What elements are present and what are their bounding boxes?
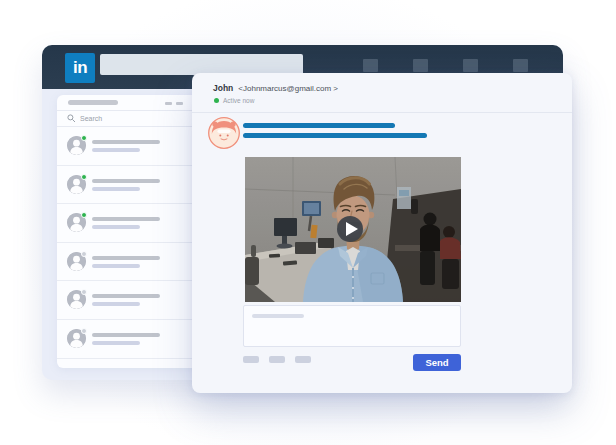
reply-placeholder-bar	[252, 314, 304, 318]
presence-dot	[81, 289, 87, 295]
panel-title-placeholder	[68, 100, 118, 105]
panel-action-placeholder[interactable]	[165, 102, 172, 105]
panel-action-placeholder[interactable]	[176, 102, 183, 105]
header-nav	[363, 59, 528, 72]
contact-name-placeholder	[92, 256, 160, 260]
linkedin-logo[interactable]: in	[65, 53, 95, 83]
play-button[interactable]	[337, 216, 363, 242]
presence-dot	[81, 212, 87, 218]
contact-preview-placeholder	[92, 302, 140, 306]
video-message[interactable]	[245, 157, 461, 302]
composer-tool-placeholder[interactable]	[269, 356, 285, 363]
header-divider	[192, 112, 572, 113]
contact-preview-placeholder	[92, 187, 140, 191]
contact-preview-placeholder	[92, 264, 140, 268]
presence-dot	[81, 328, 87, 334]
send-button[interactable]: Send	[413, 354, 461, 371]
status-row: Active now	[214, 97, 254, 104]
contact-name-placeholder	[92, 140, 160, 144]
nav-item-placeholder[interactable]	[463, 59, 478, 72]
presence-dot	[81, 174, 87, 180]
nav-item-placeholder[interactable]	[363, 59, 378, 72]
nav-item-placeholder[interactable]	[413, 59, 428, 72]
contact-preview-placeholder	[92, 148, 140, 152]
header-search-placeholder[interactable]	[100, 54, 303, 75]
contact-name-placeholder	[92, 217, 160, 221]
contact-name-placeholder	[92, 179, 160, 183]
online-dot	[214, 98, 219, 103]
illustration-stage: in Search	[0, 0, 616, 445]
status-label: Active now	[223, 97, 254, 104]
reply-input[interactable]	[243, 305, 461, 347]
composer-tool-placeholder[interactable]	[243, 356, 259, 363]
sender-name: John	[213, 83, 233, 93]
message-text-bar	[243, 133, 427, 138]
composer-tool-placeholder[interactable]	[295, 356, 311, 363]
sender-email: <Johnmarcus@gmail.com >	[238, 84, 338, 93]
presence-dot	[81, 251, 87, 257]
sender-avatar	[208, 117, 240, 149]
nav-item-placeholder[interactable]	[513, 59, 528, 72]
contact-name-placeholder	[92, 333, 160, 337]
search-label: Search	[80, 115, 102, 122]
message-thread-card: John <Johnmarcus@gmail.com > Active now	[192, 73, 572, 393]
contact-name-placeholder	[92, 294, 160, 298]
contact-preview-placeholder	[92, 225, 140, 229]
sender-row: John <Johnmarcus@gmail.com >	[213, 83, 338, 93]
message-text-bar	[243, 123, 395, 128]
presence-dot	[81, 135, 87, 141]
search-icon	[67, 114, 76, 123]
contact-preview-placeholder	[92, 341, 140, 345]
